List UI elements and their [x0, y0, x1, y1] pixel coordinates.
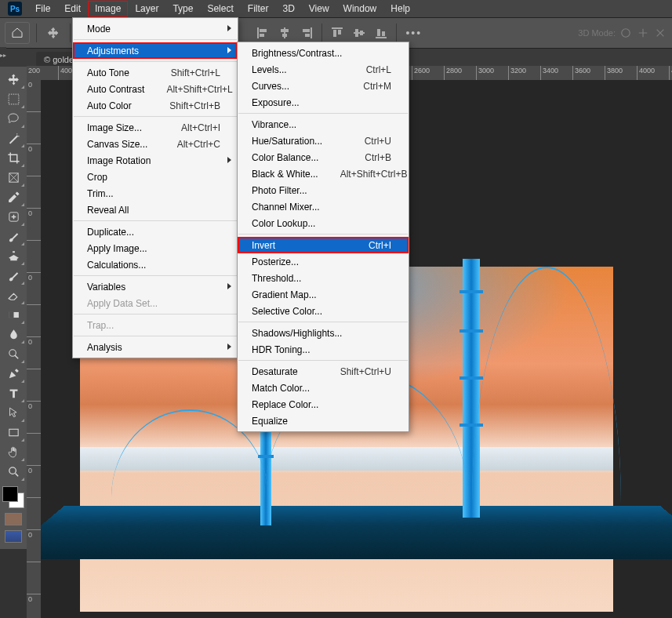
image-menu-analysis[interactable]: Analysis — [73, 339, 238, 355]
menu-item-shortcut: Ctrl+B — [343, 152, 391, 163]
adjust-menu-selective-color[interactable]: Selective Color... — [238, 303, 409, 319]
adjust-menu-desaturate[interactable]: DesaturateShift+Ctrl+U — [238, 363, 409, 380]
lasso-tool[interactable] — [2, 109, 25, 129]
path-select-tool[interactable] — [2, 403, 25, 423]
quick-mask-icon[interactable] — [5, 513, 22, 543]
adjust-menu-invert[interactable]: InvertCtrl+I — [238, 237, 409, 253]
spot-healing-tool[interactable] — [2, 207, 25, 227]
adjust-menu-vibrance[interactable]: Vibrance... — [238, 116, 409, 133]
magic-wand-tool[interactable] — [2, 129, 25, 148]
image-menu-auto-contrast[interactable]: Auto ContrastAlt+Shift+Ctrl+L — [73, 81, 238, 97]
brush-tool[interactable] — [2, 227, 25, 246]
dodge-tool[interactable] — [2, 344, 25, 364]
panel-expand-icon[interactable]: ▸▸ — [0, 47, 6, 63]
move-tool-icon[interactable] — [43, 23, 64, 43]
ruler-tick-label: 400 — [60, 67, 72, 75]
menubar-item-type[interactable]: Type — [165, 1, 200, 16]
adjust-menu-color-lookup[interactable]: Color Lookup... — [238, 215, 409, 231]
image-menu-image-rotation[interactable]: Image Rotation — [73, 152, 238, 169]
image-menu-canvas-size[interactable]: Canvas Size...Alt+Ctrl+C — [73, 136, 238, 152]
menubar-item-3d[interactable]: 3D — [275, 1, 301, 16]
adjust-menu-posterize[interactable]: Posterize... — [238, 253, 409, 270]
ruler-tick-label: 0 — [28, 210, 32, 217]
adjust-menu-photo-filter[interactable]: Photo Filter... — [238, 182, 409, 198]
svg-rect-2 — [260, 34, 264, 37]
align-left-icon[interactable] — [254, 24, 271, 42]
foreground-color-swatch[interactable] — [2, 486, 18, 502]
adjust-menu-brightness-contrast[interactable]: Brightness/Contrast... — [238, 45, 409, 61]
ruler-tick-label: 3200 — [510, 67, 526, 75]
menubar-item-select[interactable]: Select — [200, 1, 240, 16]
image-menu-image-size[interactable]: Image Size...Alt+Ctrl+I — [73, 119, 238, 136]
orbit-3d-icon[interactable] — [619, 26, 633, 40]
pan-3d-icon[interactable] — [636, 26, 650, 40]
menu-item-label: Mode — [87, 24, 111, 35]
blur-tool[interactable] — [2, 325, 25, 344]
align-bottom-icon[interactable] — [372, 24, 390, 42]
tab-label: © golde — [44, 55, 74, 64]
crop-tool[interactable] — [2, 148, 25, 168]
hand-tool[interactable] — [2, 442, 25, 462]
image-menu-reveal-all[interactable]: Reveal All — [73, 202, 238, 218]
ruler-tick-label: 0 — [28, 82, 32, 89]
image-menu-auto-tone[interactable]: Auto ToneShift+Ctrl+L — [73, 64, 238, 81]
adjust-menu-color-balance[interactable]: Color Balance...Ctrl+B — [238, 149, 409, 165]
image-menu-duplicate[interactable]: Duplicate... — [73, 224, 238, 240]
move-tool[interactable] — [2, 70, 25, 89]
eyedropper-tool[interactable] — [2, 187, 25, 207]
color-swatches[interactable] — [2, 486, 24, 508]
image-menu-mode[interactable]: Mode — [73, 20, 238, 37]
adjust-menu-levels[interactable]: Levels...Ctrl+L — [238, 61, 409, 78]
align-center-v-icon[interactable] — [351, 24, 368, 42]
home-button[interactable] — [5, 22, 30, 44]
adjust-menu-hdr-toning[interactable]: HDR Toning... — [238, 341, 409, 358]
image-menu-variables[interactable]: Variables — [73, 278, 238, 295]
svg-rect-1 — [260, 29, 267, 32]
adjust-menu-shadows-highlights[interactable]: Shadows/Highlights... — [238, 325, 409, 341]
adjust-menu-match-color[interactable]: Match Color... — [238, 380, 409, 396]
align-right-icon[interactable] — [298, 24, 315, 42]
adjust-menu-black-white[interactable]: Black & White...Alt+Shift+Ctrl+B — [238, 165, 409, 182]
mode-3d-label: 3D Mode: — [578, 28, 616, 38]
adjust-menu-hue-saturation[interactable]: Hue/Saturation...Ctrl+U — [238, 133, 409, 149]
rectangle-tool[interactable] — [2, 423, 25, 442]
slide-3d-icon[interactable] — [653, 26, 667, 40]
adjust-menu-channel-mixer[interactable]: Channel Mixer... — [238, 198, 409, 215]
image-menu-apply-image[interactable]: Apply Image... — [73, 240, 238, 256]
image-menu-trim[interactable]: Trim... — [73, 185, 238, 202]
menubar-item-window[interactable]: Window — [336, 1, 384, 16]
zoom-tool[interactable] — [2, 462, 25, 482]
menubar-item-image[interactable]: Image — [88, 1, 128, 16]
more-options-icon[interactable]: ••• — [403, 24, 425, 42]
image-menu-crop[interactable]: Crop — [73, 169, 238, 185]
svg-rect-28 — [9, 429, 17, 436]
ruler-tick-label: 0 — [28, 146, 32, 153]
align-center-h-icon[interactable] — [276, 24, 293, 42]
menubar-item-view[interactable]: View — [302, 1, 336, 16]
pen-tool[interactable] — [2, 364, 25, 384]
adjust-menu-threshold[interactable]: Threshold... — [238, 270, 409, 286]
image-menu-calculations[interactable]: Calculations... — [73, 256, 238, 273]
adjust-menu-replace-color[interactable]: Replace Color... — [238, 396, 409, 413]
menubar-item-layer[interactable]: Layer — [128, 1, 165, 16]
adjust-menu-equalize[interactable]: Equalize — [238, 413, 409, 429]
menu-item-label: Crop — [87, 172, 107, 183]
clone-stamp-tool[interactable] — [2, 246, 25, 266]
image-menu-adjustments[interactable]: Adjustments — [73, 42, 238, 59]
frame-tool[interactable] — [2, 168, 25, 187]
history-brush-tool[interactable] — [2, 266, 25, 285]
menubar-item-filter[interactable]: Filter — [241, 1, 276, 16]
adjust-menu-gradient-map[interactable]: Gradient Map... — [238, 286, 409, 303]
marquee-tool[interactable] — [2, 89, 25, 109]
eraser-tool[interactable] — [2, 285, 25, 305]
menubar-item-file[interactable]: File — [28, 1, 57, 16]
gradient-tool[interactable] — [2, 305, 25, 325]
image-menu-auto-color[interactable]: Auto ColorShift+Ctrl+B — [73, 97, 238, 114]
menubar-item-help[interactable]: Help — [383, 1, 417, 16]
menubar-item-edit[interactable]: Edit — [57, 1, 88, 16]
adjust-menu-curves[interactable]: Curves...Ctrl+M — [238, 78, 409, 94]
adjust-menu-exposure[interactable]: Exposure... — [238, 94, 409, 111]
menu-item-label: Channel Mixer... — [252, 202, 320, 213]
align-top-icon[interactable] — [329, 24, 346, 42]
type-tool[interactable] — [2, 384, 25, 403]
